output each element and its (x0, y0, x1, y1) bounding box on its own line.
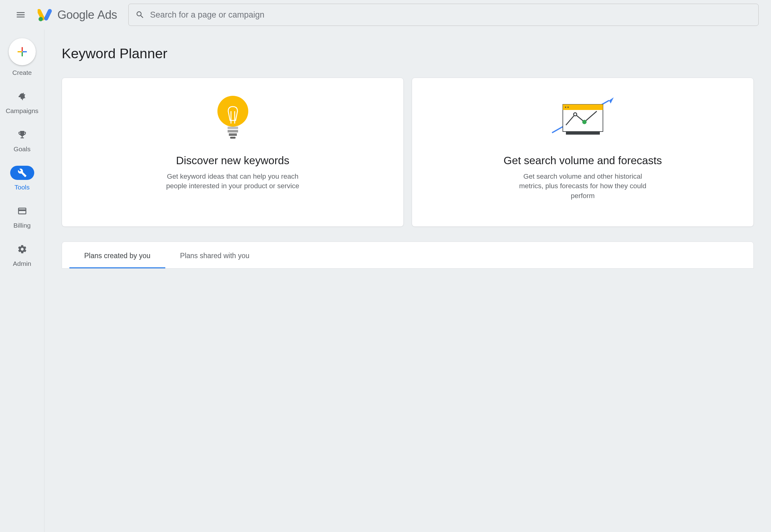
main-content: Keyword Planner (44, 30, 771, 532)
credit-card-icon (17, 206, 27, 216)
chart-trend-icon (549, 94, 617, 141)
plans-panel: Plans created by you Plans shared with y… (62, 242, 754, 269)
svg-point-18 (565, 107, 566, 108)
sidebar-item-goals[interactable]: Goals (0, 128, 44, 153)
sidebar-item-campaigns[interactable]: Campaigns (0, 89, 44, 115)
lightbulb-icon (216, 94, 250, 141)
svg-point-21 (582, 120, 587, 124)
svg-point-2 (39, 17, 43, 21)
sidebar-item-label: Billing (13, 222, 31, 229)
svg-point-7 (218, 96, 248, 127)
svg-rect-10 (228, 127, 238, 129)
card-discover-keywords[interactable]: Discover new keywords Get keyword ideas … (62, 78, 404, 227)
sidebar-item-create[interactable]: Create (0, 38, 44, 76)
sidebar-item-tools[interactable]: Tools (0, 166, 44, 191)
tab-plans-created[interactable]: Plans created by you (69, 244, 165, 268)
card-title: Discover new keywords (176, 154, 290, 167)
tab-plans-shared[interactable]: Plans shared with you (165, 244, 264, 268)
svg-marker-15 (609, 97, 614, 104)
hamburger-icon (15, 10, 26, 20)
plus-icon (17, 46, 28, 57)
svg-rect-13 (230, 137, 236, 139)
card-title: Get search volume and forecasts (504, 154, 662, 167)
svg-rect-3 (22, 47, 23, 51)
option-cards: Discover new keywords Get keyword ideas … (62, 78, 754, 227)
svg-rect-12 (229, 133, 237, 136)
sidebar-item-label: Create (12, 69, 32, 76)
sidebar-item-label: Admin (13, 260, 31, 267)
svg-rect-17 (563, 104, 603, 110)
product-name: Google Ads (57, 8, 117, 22)
svg-rect-5 (18, 51, 22, 52)
search-box[interactable] (128, 4, 759, 26)
trophy-icon (17, 130, 27, 140)
sidebar-item-label: Campaigns (6, 107, 38, 115)
search-input[interactable] (150, 10, 752, 20)
gear-icon (17, 244, 27, 254)
svg-rect-4 (22, 52, 23, 56)
google-ads-logo-icon (38, 8, 52, 22)
search-icon (135, 10, 145, 19)
megaphone-icon (17, 91, 27, 101)
plans-tabs: Plans created by you Plans shared with y… (62, 244, 753, 268)
svg-rect-6 (22, 51, 27, 52)
sidebar-item-label: Tools (14, 184, 30, 191)
card-search-volume-forecasts[interactable]: Get search volume and forecasts Get sear… (412, 78, 754, 227)
svg-point-19 (567, 107, 569, 108)
header: Google Ads (0, 0, 771, 30)
sidebar-item-label: Goals (14, 145, 31, 153)
logo-text-secondary: Ads (97, 8, 117, 21)
product-logo[interactable]: Google Ads (38, 8, 117, 22)
svg-rect-1 (43, 8, 52, 21)
svg-rect-22 (566, 132, 600, 135)
menu-button[interactable] (15, 9, 26, 21)
tools-icon (18, 168, 27, 177)
svg-rect-11 (228, 130, 238, 132)
sidebar-item-billing[interactable]: Billing (0, 204, 44, 229)
sidebar: Create Campaigns Goals Tools (0, 30, 44, 532)
page-title: Keyword Planner (62, 46, 754, 62)
sidebar-item-admin[interactable]: Admin (0, 242, 44, 267)
card-description: Get search volume and other historical m… (515, 172, 651, 201)
create-button[interactable] (9, 38, 36, 65)
logo-text-primary: Google (57, 8, 94, 21)
card-description: Get keyword ideas that can help you reac… (165, 172, 301, 191)
svg-point-20 (573, 113, 577, 116)
